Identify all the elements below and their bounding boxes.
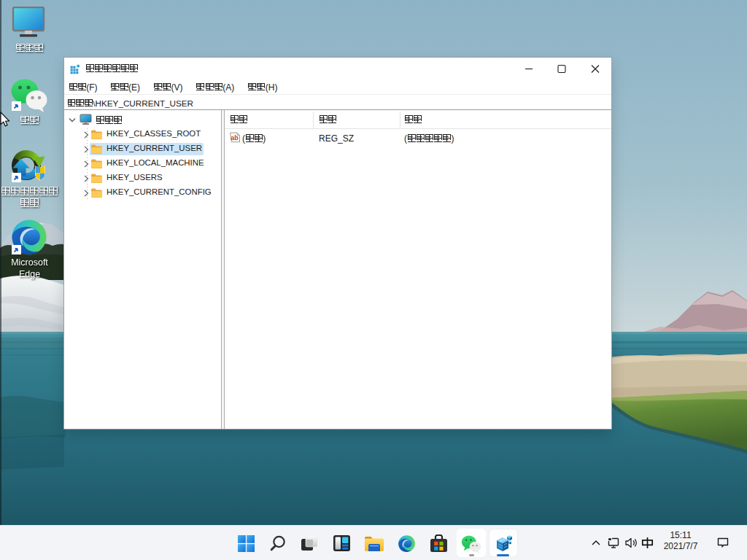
svg-text:ab: ab: [231, 134, 239, 141]
